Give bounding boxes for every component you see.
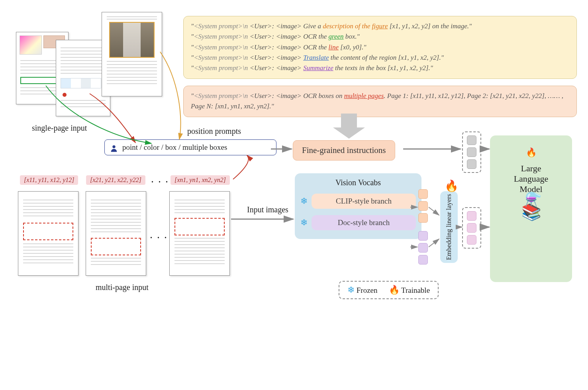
position-prompt-box: point / color / box / multiple boxes: [104, 139, 276, 155]
vision-tokens: [467, 211, 476, 245]
instr-tokens: [467, 135, 476, 169]
vision-vocabs-title: Vision Vocabs: [300, 178, 416, 187]
flame-icon: 🔥: [526, 147, 537, 158]
prompt-line-1: "<System prompt>\n <User>: <image> Give …: [191, 21, 569, 31]
coord-chip-2: [x21, y21, x22, y22]: [86, 175, 145, 185]
dots-1: . . .: [151, 175, 169, 184]
coord-chip-1: [x11, y11, x12, y12]: [20, 175, 78, 185]
llm-box: 🔥 LargeLanguageModel 📚 ⚗️: [490, 135, 572, 282]
diagram-stage: single-page input point / color / box / …: [8, 8, 580, 311]
single-page-label: single-page input: [32, 123, 87, 133]
doc-tokens: [418, 231, 428, 265]
vision-vocabs: Vision Vocabs ❄ CLIP-style branch ❄ Doc-…: [295, 173, 421, 239]
svg-line-7: [429, 207, 439, 215]
multi-page-doc-n: [169, 191, 230, 276]
multi-page-prompt: "<System prompt>\n <User>: <image> OCR b…: [183, 86, 577, 117]
prompt-line-3: "<System prompt>\n <User>: <image> OCR t…: [191, 42, 569, 53]
doc-branch: Doc-style branch: [312, 215, 416, 230]
multi-page-label: multi-page input: [96, 283, 149, 292]
multi-page-doc-2: [86, 191, 146, 276]
single-page-doc-3: [102, 12, 162, 96]
clip-tokens: [418, 189, 428, 223]
flask-icon: ⚗️: [525, 191, 541, 207]
multi-page-doc-1: [18, 191, 78, 276]
person-icon: [110, 144, 118, 153]
prompt-line-5: "<System prompt>\n <User>: <image> Summa…: [191, 63, 569, 73]
flame-icon: 🔥: [445, 179, 459, 192]
snow-icon: ❄: [300, 218, 308, 228]
embedding-layers: Embedding linear layers: [440, 191, 458, 263]
position-prompts-label: position prompts: [187, 127, 241, 136]
svg-line-8: [429, 239, 439, 247]
dots-2: . . .: [150, 231, 168, 240]
snow-icon: ❄: [347, 285, 355, 295]
coord-chip-n: [xn1, yn1, xn2, yn2]: [171, 175, 230, 185]
prompt-line-4: "<System prompt>\n <User>: <image> Trans…: [191, 53, 569, 63]
svg-point-0: [112, 145, 115, 148]
single-page-prompts: "<System prompt>\n <User>: <image> Give …: [183, 16, 577, 79]
fine-grained-box: Fine-grained instructions: [293, 140, 395, 161]
legend: ❄ Frozen 🔥 Trainable: [339, 281, 439, 299]
clip-branch: CLIP-style branch: [312, 194, 416, 209]
snow-icon: ❄: [300, 196, 308, 206]
flame-icon: 🔥: [389, 285, 400, 295]
input-images-label: Input images: [247, 205, 288, 214]
prompt-line-2: "<System prompt>\n <User>: <image> OCR t…: [191, 31, 569, 42]
